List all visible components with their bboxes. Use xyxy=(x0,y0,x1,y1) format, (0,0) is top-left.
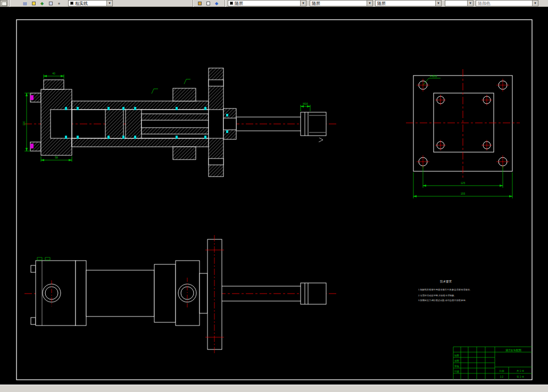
tb-row-label: 制图 xyxy=(454,354,459,357)
dim-label: 155 xyxy=(461,192,466,195)
color-swatch xyxy=(230,2,233,5)
layer-color-swatch xyxy=(70,2,73,5)
toolbar-separator xyxy=(225,0,226,7)
tb-row-label: 日期 xyxy=(454,370,460,373)
linetype-combobox-value: 随层 xyxy=(312,1,320,6)
layer-freeze-button[interactable]: ● xyxy=(55,1,63,6)
chevron-down-icon[interactable]: ▼ xyxy=(532,1,538,6)
drawing-title: 液压缸装配图 xyxy=(505,348,521,352)
section-view: 40 110 58 M16 xyxy=(22,68,336,177)
dim-label: 125 xyxy=(461,181,466,185)
notes-line: 2.活塞杆运动应平稳,不得有卡滞现象。 xyxy=(418,294,456,297)
lineweight-combobox[interactable]: 随层 ▼ xyxy=(375,0,442,6)
layer-previous-button[interactable]: ◆ xyxy=(38,1,46,6)
sheet-no-label: 第 1 张 xyxy=(517,376,525,378)
seal-magenta xyxy=(30,95,34,100)
color-combobox-value: 随层 xyxy=(235,1,243,6)
layer-manager-button[interactable]: ▤ xyxy=(21,1,29,6)
cad-application-window: ▤ ◆ ● 粗实线 ▼ ◆ 随层 ▼ 随层 ▼ 随层 ▼ ▼ xyxy=(0,0,548,392)
plotstyle-combobox[interactable]: 随颜色 ▼ xyxy=(476,0,538,6)
plotstyle-combobox-value: 随颜色 xyxy=(478,1,491,6)
scale-value: 1:2 xyxy=(500,376,504,378)
tb-row-label: 审核 xyxy=(454,365,460,368)
make-layer-current-button[interactable] xyxy=(196,1,203,6)
layer-isolate-button[interactable] xyxy=(47,1,54,6)
notes-title: 技术要求 xyxy=(440,280,452,283)
match-properties-button[interactable] xyxy=(204,1,212,6)
roughness-symbol xyxy=(152,89,158,94)
notes-line: 1.装配前所有零件用煤油清洗干净,配合表面涂润滑油。 xyxy=(418,288,472,291)
linetype-combobox[interactable]: 随层 ▼ xyxy=(310,0,373,6)
lineweight-combobox-value: 随层 xyxy=(377,1,386,6)
extra-combobox[interactable]: ▼ xyxy=(445,0,474,6)
chevron-down-icon[interactable]: ▼ xyxy=(367,1,372,6)
drawing-canvas[interactable]: 40 110 58 M16 xyxy=(0,0,548,392)
toolbar-separator xyxy=(193,0,194,7)
layer-combobox[interactable]: 粗实线 ▼ xyxy=(68,0,113,6)
chevron-down-icon[interactable]: ▼ xyxy=(300,1,306,6)
technical-notes: 技术要求 1.装配前所有零件用煤油清洗干净,配合表面涂润滑油。 2.活塞杆运动应… xyxy=(418,280,472,302)
flange-view: 4-Ø11 125 155 xyxy=(406,69,520,198)
roughness-symbol xyxy=(184,79,190,84)
sheets-label: 共 1 张 xyxy=(517,370,525,372)
object-properties-toolbar: ▤ ◆ ● 粗实线 ▼ ◆ 随层 ▼ 随层 ▼ 随层 ▼ ▼ xyxy=(0,0,548,7)
color-combobox[interactable]: 随层 ▼ xyxy=(228,0,306,6)
dim-label: 58 xyxy=(55,156,58,159)
title-block xyxy=(453,347,532,380)
chevron-down-icon[interactable]: ▼ xyxy=(435,1,441,6)
dim-label: 110 xyxy=(22,121,26,126)
chevron-down-icon[interactable]: ▼ xyxy=(467,1,473,6)
dim-label: 40 xyxy=(52,72,55,75)
drawing-frame xyxy=(16,20,532,380)
layer-combobox-value: 粗实线 xyxy=(75,1,88,6)
status-bar xyxy=(0,385,548,392)
title-block-text: 液压缸装配图 比例 1:2 共 1 张 第 1 张 制图 描图 审核 日期 xyxy=(454,348,524,378)
seal-magenta xyxy=(30,144,34,148)
layer-states-button[interactable] xyxy=(30,1,37,6)
port-mark xyxy=(45,257,50,260)
dim-label: 4-Ø11 xyxy=(430,74,437,78)
tb-row-label: 描图 xyxy=(454,360,459,362)
chevron-down-icon[interactable]: ▼ xyxy=(106,1,112,6)
port-mark xyxy=(37,257,42,260)
scale-label: 比例 xyxy=(500,370,505,373)
outline-view xyxy=(24,235,336,354)
toolbar-separator xyxy=(9,0,10,7)
dim-label: M16 xyxy=(303,102,308,105)
app-icon[interactable] xyxy=(0,0,7,6)
notes-line: 3.按额定压力进行密封试验,各结合面不得有渗漏。 xyxy=(418,299,468,302)
color-control-button[interactable]: ◆ xyxy=(213,1,220,6)
